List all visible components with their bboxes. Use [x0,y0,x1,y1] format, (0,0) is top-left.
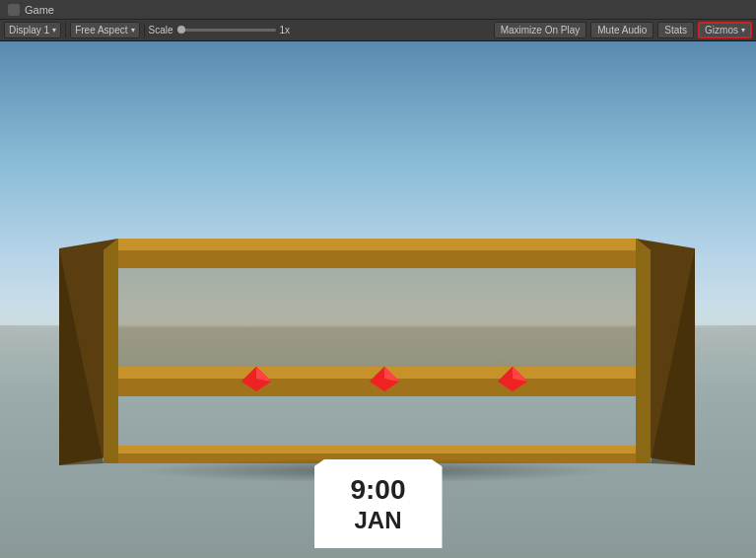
game-viewport: 9:00 JAN [0,41,756,558]
separator-1 [65,23,66,38]
aspect-arrow-icon: ▾ [131,26,135,35]
sign-month: JAN [354,507,401,534]
gizmos-arrow-icon: ▾ [741,26,745,35]
toolbar: Display 1 ▾ Free Aspect ▾ Scale 1x Maxim… [0,20,756,41]
sign-card: 9:00 JAN [314,459,443,548]
scale-label: Scale [149,25,173,35]
svg-marker-3 [103,250,651,268]
stats-button[interactable]: Stats [657,22,694,38]
shelf-container [59,239,695,465]
svg-rect-10 [118,268,636,367]
svg-marker-2 [103,239,651,250]
display-label: Display 1 [9,25,49,35]
svg-marker-6 [103,446,651,453]
aspect-label: Free Aspect [75,25,127,35]
window-title: Game [25,4,54,16]
window-icon [8,4,20,16]
scale-thumb [177,26,185,34]
shelf-svg [59,239,695,465]
display-selector[interactable]: Display 1 ▾ [4,22,61,38]
svg-marker-9 [636,239,651,463]
maximize-button[interactable]: Maximize On Play [494,22,587,38]
title-bar: Game [0,0,756,20]
scale-slider[interactable] [177,29,276,32]
gizmos-button[interactable]: Gizmos ▾ [698,22,752,38]
separator-2 [144,23,145,38]
scale-container: Scale 1x [149,25,291,35]
display-arrow-icon: ▾ [52,26,56,35]
scale-value: 1x [280,25,291,35]
mute-audio-button[interactable]: Mute Audio [590,22,653,38]
aspect-selector[interactable]: Free Aspect ▾ [70,22,139,38]
svg-marker-8 [103,239,118,463]
sign-time: 9:00 [350,473,405,507]
